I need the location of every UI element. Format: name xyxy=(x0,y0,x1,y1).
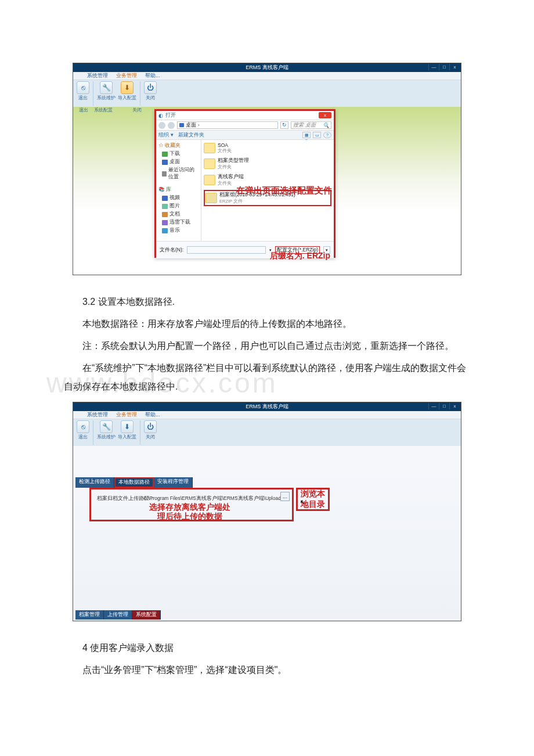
sys-maint-label: 系统维护 xyxy=(97,95,116,101)
import-config-button[interactable]: ⬇ xyxy=(121,420,134,433)
favorites-header: ☆ 收藏夹 xyxy=(158,142,199,149)
document-icon xyxy=(162,212,168,217)
ribbon-sep xyxy=(140,420,140,445)
sidebar-item-downloads[interactable]: 下载 xyxy=(158,150,199,157)
btab-archive[interactable]: 档案管理 xyxy=(75,610,104,620)
document-text-block: 3.2 设置本地数据路径. 本地数据路径：用来存放客户端处理后的待上传数据的本地… xyxy=(0,293,534,396)
close-tab-label: 关闭 xyxy=(146,95,155,101)
open-file-dialog: ◐打开 x 桌面 › ↻ 搜索 桌面 🔍 xyxy=(154,109,335,258)
top-menu: 系统管理 业务管理 帮助... xyxy=(73,72,461,80)
file-item[interactable]: 离线客户端文件夹 xyxy=(204,174,331,186)
menu-help[interactable]: 帮助... xyxy=(145,72,160,80)
sidebar-item-recent[interactable]: 最近访问的位置 xyxy=(158,167,199,181)
sys-maint-button[interactable]: 🔧 xyxy=(100,81,113,94)
sidebar-item-documents[interactable]: 文档 xyxy=(158,211,199,218)
close-tab-button[interactable]: ⏻ xyxy=(144,81,157,94)
search-input[interactable]: 搜索 桌面 🔍 xyxy=(291,121,331,129)
maximize-button[interactable]: □ xyxy=(439,403,449,409)
tab-local-data-path[interactable]: 本地数据路径 xyxy=(114,477,154,488)
filename-label: 文件名(N): xyxy=(160,247,183,254)
sidebar: ☆ 收藏夹 下载 桌面 最近访问的位置 📚 库 视频 图片 文档 迅雷下载 音乐 xyxy=(156,140,201,241)
close-button[interactable]: x xyxy=(449,64,460,70)
exit-label: 退出 xyxy=(78,95,88,101)
bottom-tabs: 档案管理 上传管理 系统配置 xyxy=(75,610,161,620)
sidebar-item-desktop[interactable]: 桌面 xyxy=(158,159,199,165)
sys-maint-button[interactable]: 🔧 xyxy=(100,420,113,433)
file-name: 档案类型管理 xyxy=(218,157,249,164)
libraries-label: 库 xyxy=(166,186,171,192)
desktop-icon xyxy=(179,123,184,127)
nav-back-button[interactable] xyxy=(158,122,165,129)
btab-sysconfig[interactable]: 系统配置 xyxy=(132,610,161,620)
crumb-desktop: 桌面 xyxy=(186,121,196,129)
titlebar: ERMS 离线客户端 — □ x xyxy=(73,402,461,411)
file-item[interactable]: 档案类型管理文件夹 xyxy=(204,157,331,170)
exit-button[interactable]: ⎋ xyxy=(77,420,89,433)
close-tab-button[interactable]: ⏻ xyxy=(144,420,157,433)
refresh-button[interactable]: ↻ xyxy=(280,121,288,129)
menu-business[interactable]: 业务管理 xyxy=(116,411,137,419)
ribbon-sep xyxy=(93,81,93,106)
menu-system[interactable]: 系统管理 xyxy=(87,411,108,419)
annotation-select-config: 在弹出页面选择配置文件 xyxy=(236,185,332,196)
sidebar-item-pictures[interactable]: 图片 xyxy=(158,203,199,210)
window-controls: — □ x xyxy=(428,403,460,409)
titlebar: ERMS 离线客户端 — □ x xyxy=(73,63,461,72)
window-controls: — □ x xyxy=(428,64,460,70)
app-title: ERMS 离线客户端 xyxy=(246,403,288,411)
tab-upload-path[interactable]: 检测上传路径 xyxy=(75,477,114,488)
browse-button[interactable]: … xyxy=(280,492,290,501)
menu-system[interactable]: 系统管理 xyxy=(87,72,108,80)
libraries-header: 📚 库 xyxy=(158,186,199,193)
import-config-label: 导入配置 xyxy=(118,434,136,440)
tab-install-mgmt[interactable]: 安装程序管理 xyxy=(154,477,193,488)
search-placeholder: 搜索 桌面 xyxy=(293,121,316,129)
local-path-panel: 档案归档文件上传路径： C:\Program Files\ERMS离线客户端\E… xyxy=(89,488,294,521)
config-tabs: 检测上传路径 本地数据路径 安装程序管理 xyxy=(75,477,193,488)
cursor-icon: ↖ xyxy=(300,499,305,505)
folder-icon xyxy=(204,175,215,185)
organize-button[interactable]: 组织 ▾ xyxy=(158,131,174,139)
breadcrumb[interactable]: 桌面 › xyxy=(177,121,278,129)
menu-help[interactable]: 帮助... xyxy=(145,411,160,419)
sidebar-item-label: 桌面 xyxy=(169,159,180,165)
app-window-1: ERMS 离线客户端 — □ x 系统管理 业务管理 帮助... ⎋ 退出 🔧 … xyxy=(73,63,461,275)
view-mode-button[interactable]: ▦ ▾ xyxy=(302,132,311,138)
folder-icon xyxy=(204,159,215,169)
file-type: ERZIP 文件 xyxy=(219,199,295,204)
dialog-toolbar: 组织 ▾ 新建文件夹 ▦ ▾ ▭ ? xyxy=(156,131,334,140)
close-button[interactable]: x xyxy=(449,403,460,409)
sidebar-item-label: 视频 xyxy=(169,195,180,201)
breadcrumb-bar: 桌面 › ↻ 搜索 桌面 🔍 xyxy=(156,120,334,131)
dialog-close-button[interactable]: x xyxy=(319,112,331,118)
btab-upload[interactable]: 上传管理 xyxy=(104,610,132,620)
preview-pane-button[interactable]: ▭ xyxy=(313,132,321,138)
file-item[interactable]: SOA文件夹 xyxy=(204,142,331,154)
import-config-button[interactable]: ⬇ xyxy=(121,81,134,94)
file-list: SOA文件夹 档案类型管理文件夹 离线客户端文件夹 在弹出页面选择配置文件 xyxy=(201,140,334,241)
sidebar-item-music[interactable]: 音乐 xyxy=(158,227,199,234)
sidebar-item-label: 最近访问的位置 xyxy=(168,167,199,181)
nav-forward-button[interactable] xyxy=(168,122,175,129)
minimize-button[interactable]: — xyxy=(428,64,439,70)
sidebar-item-thunder[interactable]: 迅雷下载 xyxy=(158,219,199,226)
sidebar-item-videos[interactable]: 视频 xyxy=(158,195,199,201)
paragraph: 点击“业务管理”下“档案管理”，选择“建设项目类"。 xyxy=(64,661,470,679)
close-tab-label: 关闭 xyxy=(146,434,155,440)
crumb-arrow-icon: › xyxy=(198,123,200,128)
filename-input[interactable] xyxy=(187,246,266,254)
section-4-title: 4 使用客户端录入数据 xyxy=(64,639,470,657)
exit-button[interactable]: ⎋ xyxy=(77,81,89,94)
dialog-footer: 文件名(N): ▾ 配置文件(*.ERZip) ▾ 后缀名为. ERZip xyxy=(156,241,334,258)
paragraph: 本地数据路径：用来存放客户端处理后的待上传数据的本地路径。 xyxy=(64,315,470,333)
thunder-icon xyxy=(162,220,168,225)
new-folder-button[interactable]: 新建文件夹 xyxy=(178,131,204,139)
maximize-button[interactable]: □ xyxy=(439,64,449,70)
minimize-button[interactable]: — xyxy=(428,403,439,409)
app-title: ERMS 离线客户端 xyxy=(246,64,288,71)
sidebar-item-label: 图片 xyxy=(169,203,180,210)
menu-business[interactable]: 业务管理 xyxy=(116,72,137,80)
paragraph: 在“系统维护”下“本地数据路径”栏目中可以看到系统默认的路径，使用客户端生成的数… xyxy=(64,359,470,396)
help-button[interactable]: ? xyxy=(323,132,331,138)
dialog-title: 打开 xyxy=(165,111,176,119)
